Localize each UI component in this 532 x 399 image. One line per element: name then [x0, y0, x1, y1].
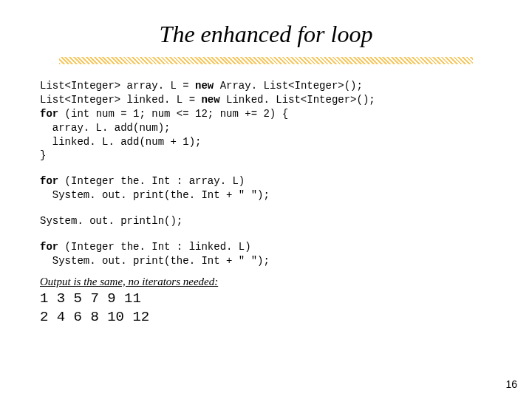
output-line: 1 3 5 7 9 11	[40, 290, 492, 307]
code-line: for (Integer the. Int : array. L)	[40, 174, 492, 188]
code-line: }	[40, 149, 492, 163]
page-number: 16	[505, 378, 517, 390]
slide-content: List<Integer> array. L = new Array. List…	[40, 79, 492, 326]
code-line: List<Integer> array. L = new Array. List…	[40, 79, 492, 93]
code-block-3: System. out. println();	[40, 214, 492, 228]
code-line: System. out. print(the. Int + " ");	[40, 254, 492, 268]
code-block-2: for (Integer the. Int : array. L) System…	[40, 174, 492, 202]
slide-title: The enhanced for loop	[0, 21, 532, 48]
output-label: Output is the same, no iterators needed:	[40, 274, 492, 289]
code-block-1: List<Integer> array. L = new Array. List…	[40, 79, 492, 163]
code-line: linked. L. add(num + 1);	[40, 135, 492, 149]
code-line: for (Integer the. Int : linked. L)	[40, 240, 492, 254]
code-line: List<Integer> linked. L = new Linked. Li…	[40, 93, 492, 107]
code-line: System. out. print(the. Int + " ");	[40, 188, 492, 202]
code-line: System. out. println();	[40, 214, 492, 228]
code-line: for (int num = 1; num <= 12; num += 2) {	[40, 107, 492, 121]
code-line: array. L. add(num);	[40, 121, 492, 135]
code-block-4: for (Integer the. Int : linked. L) Syste…	[40, 240, 492, 268]
title-underline	[59, 57, 473, 64]
output-line: 2 4 6 8 10 12	[40, 309, 492, 326]
